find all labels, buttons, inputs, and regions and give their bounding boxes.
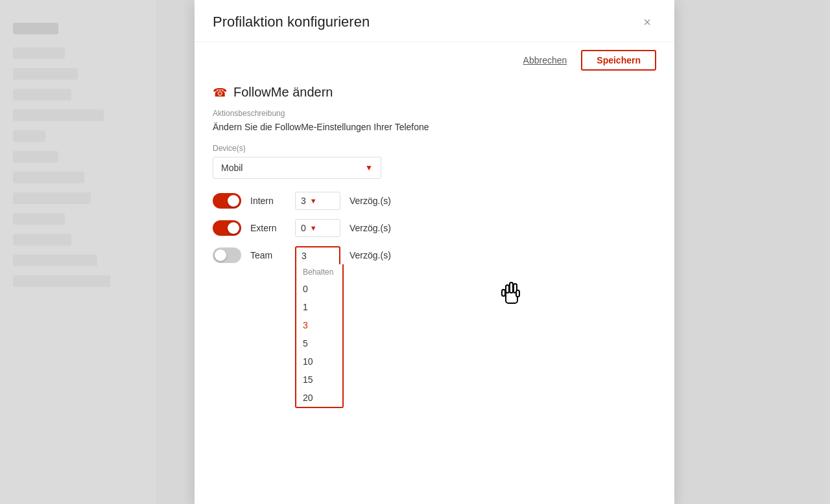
devices-label: Device(s) <box>213 144 656 153</box>
team-dropdown-container: 3 Behalten 0 1 3 5 10 15 20 <box>295 246 340 264</box>
description-text: Ändern Sie die FollowMe-Einstellungen Ih… <box>213 122 656 132</box>
section-title-text: FollowMe ändern <box>233 85 333 100</box>
intern-row: Intern 3 ▼ Verzög.(s) <box>213 192 656 210</box>
cancel-button[interactable]: Abbrechen <box>517 51 574 69</box>
dropdown-option-15[interactable]: 15 <box>296 371 342 389</box>
dropdown-option-0[interactable]: 0 <box>296 280 342 298</box>
modal-header: Profilaktion konfigurieren × <box>195 0 674 42</box>
team-toggle[interactable] <box>213 247 241 263</box>
modal-body: ☎ FollowMe ändern Aktionsbeschreibung Än… <box>195 78 674 292</box>
intern-label: Intern <box>250 196 286 206</box>
extern-chevron: ▼ <box>310 224 317 232</box>
extern-value: 0 <box>301 223 306 233</box>
extern-row: Extern 0 ▼ Verzög.(s) <box>213 219 656 237</box>
save-button[interactable]: Speichern <box>581 50 656 71</box>
modal-toolbar: Abbrechen Speichern <box>195 42 674 78</box>
team-value: 3 <box>302 251 307 261</box>
device-dropdown[interactable]: Mobil ▼ <box>213 157 381 179</box>
description-label: Aktionsbeschreibung <box>213 109 656 118</box>
intern-delay-label: Verzög.(s) <box>350 196 391 206</box>
intern-num-dropdown[interactable]: 3 ▼ <box>295 192 340 210</box>
team-num-dropdown[interactable]: 3 <box>295 246 340 264</box>
device-value: Mobil <box>221 163 243 173</box>
dropdown-option-20[interactable]: 20 <box>296 389 342 407</box>
section-title: ☎ FollowMe ändern <box>213 85 656 100</box>
dropdown-header: Behalten <box>296 264 342 280</box>
intern-toggle-knob <box>228 195 239 207</box>
extern-num-dropdown[interactable]: 0 ▼ <box>295 219 340 237</box>
modal-dialog: Profilaktion konfigurieren × Abbrechen S… <box>195 0 674 504</box>
team-label: Team <box>250 250 286 260</box>
extern-delay-label: Verzög.(s) <box>350 223 391 233</box>
team-dropdown-list: Behalten 0 1 3 5 10 15 20 <box>295 264 344 408</box>
phone-icon: ☎ <box>213 86 227 100</box>
intern-value: 3 <box>301 196 306 206</box>
dropdown-option-3[interactable]: 3 <box>296 316 342 334</box>
extern-toggle[interactable] <box>213 220 241 236</box>
modal-close-button[interactable]: × <box>638 13 656 31</box>
extern-toggle-knob <box>228 222 239 234</box>
team-row: Team 3 Behalten 0 1 3 5 10 15 20 Verzög.… <box>213 246 656 264</box>
intern-toggle[interactable] <box>213 193 241 209</box>
dropdown-option-1[interactable]: 1 <box>296 298 342 316</box>
intern-chevron: ▼ <box>310 197 317 205</box>
device-dropdown-chevron: ▼ <box>365 163 373 172</box>
team-delay-label: Verzög.(s) <box>350 250 391 260</box>
modal-title: Profilaktion konfigurieren <box>213 14 370 30</box>
dropdown-option-5[interactable]: 5 <box>296 334 342 352</box>
team-toggle-knob <box>215 249 226 261</box>
dropdown-option-10[interactable]: 10 <box>296 352 342 371</box>
svg-rect-0 <box>506 290 517 303</box>
extern-label: Extern <box>250 223 286 233</box>
